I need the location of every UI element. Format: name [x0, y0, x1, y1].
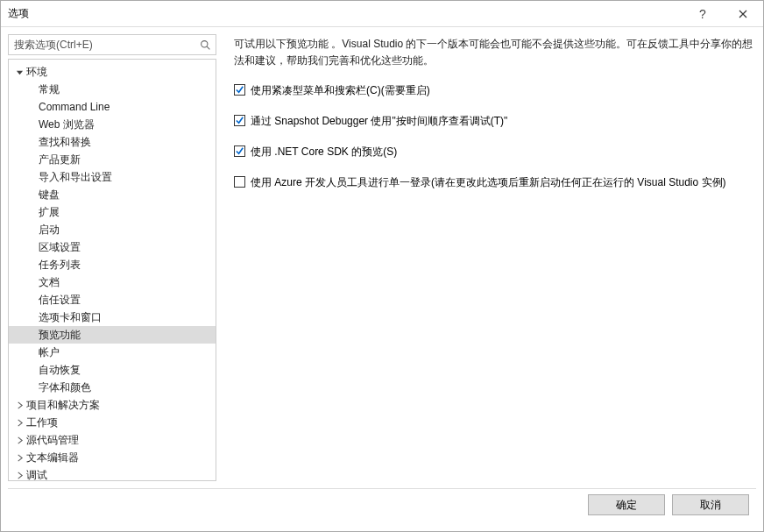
tree-node-debug[interactable]: 调试 [9, 466, 216, 481]
tree-item[interactable]: Command Line [9, 98, 216, 116]
tree-node-projects[interactable]: 项目和解决方案 [9, 396, 216, 414]
dialog-body: 环境 常规 Command Line Web 浏览器 查找和替换 产品更新 导入… [1, 27, 763, 531]
tree-item[interactable]: 导入和导出设置 [9, 168, 216, 186]
tree-item[interactable]: 区域设置 [9, 238, 216, 256]
tree-label: 文本编辑器 [26, 450, 79, 465]
tree-item[interactable]: 自动恢复 [9, 361, 216, 379]
main-area: 环境 常规 Command Line Web 浏览器 查找和替换 产品更新 导入… [8, 34, 756, 481]
options-dialog: 选项 ? 环境 [0, 0, 764, 532]
checkbox-label: 使用紧凑型菜单和搜索栏(C)(需要重启) [251, 83, 430, 98]
svg-point-0 [201, 40, 207, 46]
close-icon [739, 10, 747, 18]
tree-item[interactable]: 产品更新 [9, 151, 216, 168]
checkbox-row[interactable]: 使用紧凑型菜单和搜索栏(C)(需要重启) [234, 83, 756, 98]
search-input[interactable] [9, 35, 216, 54]
tree-item[interactable]: Web 浏览器 [9, 116, 216, 133]
chevron-right-icon [14, 452, 25, 463]
checkbox-label: 使用 Azure 开发人员工具进行单一登录(请在更改此选项后重新启动任何正在运行… [251, 175, 726, 190]
tree-item[interactable]: 启动 [9, 221, 216, 238]
svg-line-1 [207, 46, 209, 49]
checkbox[interactable] [234, 115, 245, 126]
tree-item[interactable]: 常规 [9, 81, 216, 98]
chevron-right-icon [14, 435, 25, 445]
checkbox[interactable] [234, 145, 245, 157]
checkbox-row[interactable]: 使用 .NET Core SDK 的预览(S) [234, 145, 756, 160]
chevron-right-icon [14, 400, 25, 410]
chevron-down-icon [14, 67, 25, 77]
checkbox-row[interactable]: 通过 Snapshot Debugger 使用"按时间顺序查看调试(T)" [234, 114, 756, 129]
tree-node-sourcecontrol[interactable]: 源代码管理 [9, 431, 216, 449]
checkbox-row[interactable]: 使用 Azure 开发人员工具进行单一登录(请在更改此选项后重新启动任何正在运行… [234, 175, 756, 190]
tree-item-selected[interactable]: 预览功能 [9, 326, 216, 344]
right-panel: 可试用以下预览功能 。Visual Studio 的下一个版本可能会也可能不会提… [234, 34, 756, 481]
search-icon [198, 38, 212, 52]
chevron-right-icon [14, 417, 25, 428]
title-bar: 选项 ? [1, 1, 763, 27]
tree-node-texteditor[interactable]: 文本编辑器 [9, 449, 216, 466]
tree-label: 工作项 [26, 415, 58, 430]
tree-item[interactable]: 字体和颜色 [9, 379, 216, 396]
window-title: 选项 [8, 6, 683, 21]
checkbox-label: 使用 .NET Core SDK 的预览(S) [251, 145, 397, 160]
tree-item[interactable]: 扩展 [9, 203, 216, 221]
tree-label: 环境 [26, 65, 47, 80]
search-box[interactable] [8, 34, 216, 55]
tree-item[interactable]: 文档 [9, 273, 216, 291]
tree-node-workitems[interactable]: 工作项 [9, 414, 216, 431]
tree-item[interactable]: 查找和替换 [9, 133, 216, 151]
ok-button[interactable]: 确定 [588, 494, 665, 515]
cancel-button[interactable]: 取消 [672, 494, 749, 515]
checkbox-label: 通过 Snapshot Debugger 使用"按时间顺序查看调试(T)" [251, 114, 507, 129]
close-button[interactable] [723, 1, 763, 27]
checkbox[interactable] [234, 176, 245, 188]
description-text: 可试用以下预览功能 。Visual Studio 的下一个版本可能会也可能不会提… [234, 36, 756, 69]
tree-node-environment[interactable]: 环境 [9, 63, 216, 81]
tree-item[interactable]: 任务列表 [9, 256, 216, 273]
checkbox[interactable] [234, 84, 245, 96]
help-button[interactable]: ? [683, 1, 723, 27]
tree-item[interactable]: 信任设置 [9, 291, 216, 309]
tree-label: 调试 [26, 468, 47, 482]
chevron-right-icon [14, 470, 25, 480]
tree-item[interactable]: 选项卡和窗口 [9, 309, 216, 326]
tree-label: 源代码管理 [26, 433, 79, 448]
tree-label: 项目和解决方案 [26, 398, 100, 413]
tree-item[interactable]: 键盘 [9, 186, 216, 203]
options-tree[interactable]: 环境 常规 Command Line Web 浏览器 查找和替换 产品更新 导入… [8, 59, 216, 481]
tree-item[interactable]: 帐户 [9, 344, 216, 361]
left-panel: 环境 常规 Command Line Web 浏览器 查找和替换 产品更新 导入… [8, 34, 216, 481]
dialog-footer: 确定 取消 [8, 488, 756, 524]
